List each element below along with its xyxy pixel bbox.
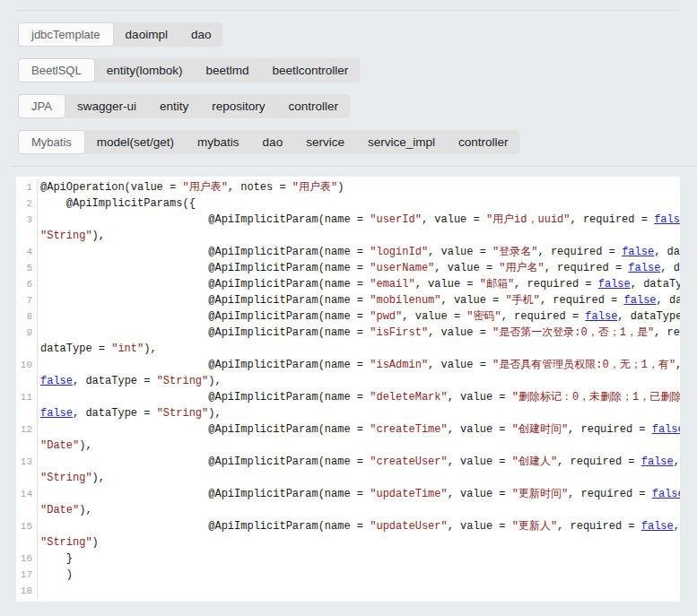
tab-item-model-set-get[interactable]: model(set/get) [85,130,186,154]
code-row: "String") [40,534,680,551]
code-text: @ApiImplicitParam(name = [40,294,370,307]
code-text: , value = [448,423,512,436]
code-row: @ApiImplicitParam(name = "isAdmin", valu… [40,357,680,373]
code-line: 1@ApiOperation(value = "用户表", notes = "用… [16,179,680,195]
code-string: "userId" [370,213,422,226]
code-row [40,583,680,599]
code-keyword: false [654,213,680,226]
tab-item-controller[interactable]: controller [276,94,350,118]
tab-group-jpa: JPAswagger-uientityrepositorycontroller [18,94,350,118]
code-string: "手机" [506,294,540,307]
code-text: @ApiImplicitParam(name = [40,326,370,339]
tab-item-controller[interactable]: controller [447,130,520,154]
code-string: "updateTime" [370,488,447,500]
tab-group-mybatis: Mybatismodel(set/get)mybatisdaoservicese… [18,130,519,154]
line-number: 7 [16,292,38,308]
code-string: "登录名" [492,246,537,258]
code-line-content: @ApiImplicitParam(name = "deleteMark", v… [38,389,680,421]
tab-item-daoimpl[interactable]: daoimpl [114,22,179,47]
code-row: @ApiImplicitParams({ [40,195,680,212]
tab-group-row-jpa: JPAswagger-uientityrepositorycontroller [18,94,697,118]
code-text: @ApiImplicitParam(name = [40,278,370,291]
code-keyword: false [641,455,674,468]
code-string: "Date" [40,504,79,516]
code-line-content: ) [38,567,680,583]
code-text: ), [92,230,105,242]
tab-group-row-jdbctemplate: jdbcTemplatedaoimpldao [18,22,697,47]
code-keyword: false [652,488,680,500]
code-line-content: @ApiImplicitParam(name = "createUser", v… [38,454,680,486]
code-row: @ApiImplicitParam(name = "deleteMark", v… [40,389,680,405]
code-string: "pwd" [370,310,402,323]
code-row: @ApiImplicitParam(name = "mobilenum", va… [40,292,680,308]
code-row: } [40,551,680,567]
code-text: , dataType = [631,278,680,291]
tab-item-repository[interactable]: repository [200,94,276,118]
code-line: 10 @ApiImplicitParam(name = "isAdmin", v… [16,357,680,389]
code-row: "String"), [40,228,680,244]
code-text: , required = [501,310,586,323]
code-string: "loginId" [370,246,428,258]
line-number: 8 [16,308,38,325]
code-string: "String" [40,472,92,484]
code-text: , required = [540,294,624,307]
tab-item-entity[interactable]: entity [148,94,200,118]
code-string: "userName" [370,262,434,274]
code-text: , required = [514,278,598,291]
tab-item-entity-lombok[interactable]: entity(lombok) [95,58,195,82]
code-text: , value = [434,262,499,274]
code-keyword: false [624,294,657,307]
tab-item-beetlcontroller[interactable]: beetlcontroller [260,58,360,82]
code-line-content [38,583,680,599]
code-text: @ApiImplicitParam(name = [40,246,370,258]
tab-item-dao[interactable]: dao [251,130,295,154]
code-string: "用户id，uuid" [486,213,571,226]
code-keyword: false [622,246,654,258]
code-line-content: @ApiImplicitParam(name = "userName", val… [38,260,680,276]
tab-item-beetlmd[interactable]: beetlmd [194,58,260,82]
code-line: 15 @ApiImplicitParam(name = "updateUser"… [16,518,680,551]
tab-group-row-beetlsql: BeetlSQLentity(lombok)beetlmdbeetlcontro… [18,58,697,82]
tab-item-service-impl[interactable]: service_impl [356,130,447,154]
line-number: 5 [16,260,38,276]
code-line-content: @ApiImplicitParam(name = "email", value … [38,276,680,292]
line-number: 12 [16,421,38,454]
tab-item-service[interactable]: service [294,130,356,154]
code-text: @ApiImplicitParam(name = [40,310,370,323]
code-row: @ApiImplicitParam(name = "email", value … [40,276,680,292]
code-line: 3 @ApiImplicitParam(name = "userId", val… [16,212,680,244]
code-line: 12 @ApiImplicitParam(name = "createTime"… [16,421,680,454]
code-row: @ApiImplicitParam(name = "pwd", value = … [40,308,680,325]
line-number: 4 [16,244,38,260]
code-line-content: @ApiImplicitParam(name = "userId", value… [38,212,680,244]
code-text: , dataType = [617,310,680,323]
code-string: "用户表" [292,181,337,194]
code-line: 13 @ApiImplicitParam(name = "createUser"… [16,454,680,486]
tab-group-label-beetlsql: BeetlSQL [18,58,95,82]
code-row: @ApiImplicitParam(name = "loginId", valu… [40,244,680,260]
code-string: "email" [370,278,414,291]
code-line: 7 @ApiImplicitParam(name = "mobilenum", … [16,292,680,308]
tab-group-label-jpa: JPA [18,94,65,118]
code-row: @ApiImplicitParam(name = "isFirst", valu… [40,325,680,341]
code-text: , value = [448,391,512,403]
code-string: "isAdmin" [370,359,428,371]
tab-item-dao[interactable]: dao [179,22,223,47]
code-line-content: @ApiImplicitParam(name = "createTime", v… [38,421,680,454]
code-text: @ApiImplicitParam(name = [40,213,370,226]
code-line-content: @ApiImplicitParam(name = "updateTime", v… [38,486,680,518]
tab-item-swagger-ui[interactable]: swagger-ui [65,94,148,118]
code-text: dataType = [40,343,111,355]
code-line-content: @ApiOperation(value = "用户表", notes = "用户… [38,179,680,195]
code-string: "createTime" [370,423,447,436]
code-row: "String"), [40,470,680,486]
code-text: , value = [402,310,466,323]
code-line: 5 @ApiImplicitParam(name = "userName", v… [16,260,680,276]
code-line: 6 @ApiImplicitParam(name = "email", valu… [16,276,680,292]
tab-item-mybatis[interactable]: mybatis [186,130,251,154]
code-string: "是否具有管理员权限:0，无；1，有" [492,359,675,371]
code-text: , value = [448,455,512,468]
code-text: , required = [545,262,629,274]
code-text: ) [337,181,344,194]
code-line-content: @ApiImplicitParam(name = "pwd", value = … [38,308,680,325]
